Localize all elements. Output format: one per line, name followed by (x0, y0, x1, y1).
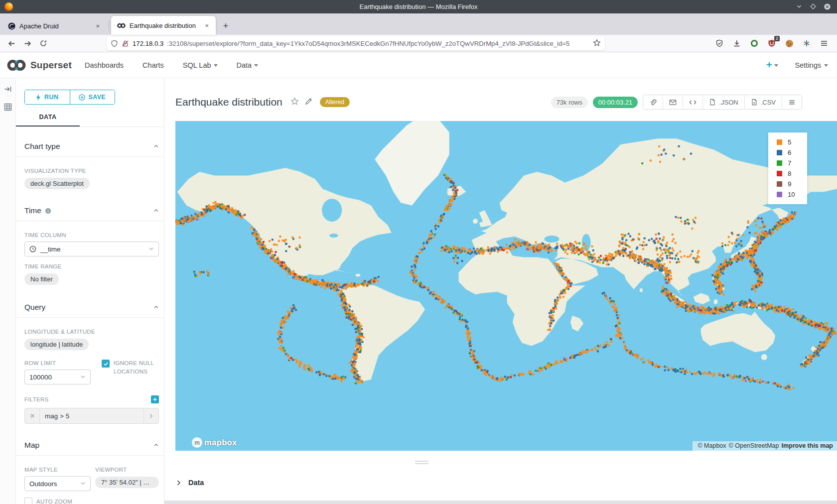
insecure-lock-icon[interactable] (122, 40, 129, 47)
lonlat-value[interactable]: longitude | latitude (24, 339, 89, 350)
embed-code-button[interactable] (683, 95, 702, 109)
nav-item-charts[interactable]: Charts (142, 61, 164, 69)
window-minimize-button[interactable] (796, 3, 803, 10)
mapbox-wordmark: mapbox (204, 438, 237, 447)
attribution-mapbox-link[interactable]: © Mapbox (698, 442, 726, 449)
legend-item-10[interactable]: 10 (768, 189, 807, 200)
time-range-label: TIME RANGE (24, 263, 159, 269)
legend-swatch (777, 181, 782, 187)
viewport-value[interactable]: 7° 35' 54.02" | 31... (95, 477, 159, 488)
lonlat-label: LONGITUDE & LATITUDE (24, 329, 159, 335)
filter-expand-icon[interactable] (143, 408, 158, 423)
permissions-shield-icon[interactable] (714, 38, 724, 48)
legend-item-9[interactable]: 9 (768, 179, 807, 189)
deckgl-scatter-map[interactable]: 5678910 m mapbox © Mapbox © OpenStreetMa… (175, 121, 837, 451)
browser-menu-icon[interactable] (819, 38, 829, 48)
panel-drag-handle[interactable] (415, 461, 428, 464)
run-button[interactable]: RUN (25, 90, 70, 104)
viz-type-value[interactable]: deck.gl Scatterplot (24, 178, 90, 189)
map-style-select[interactable]: Outdoors (24, 476, 91, 491)
chevron-down-icon (148, 246, 154, 253)
export-csv-label: .CSV (761, 99, 776, 106)
clock-icon (29, 246, 36, 252)
altered-badge: Altered (320, 97, 350, 107)
settings-menu[interactable]: Settings (795, 61, 828, 69)
run-label: RUN (44, 94, 58, 101)
back-button[interactable] (5, 37, 18, 50)
remove-filter-icon[interactable] (25, 408, 40, 423)
ublock-origin-icon[interactable]: 2 (767, 38, 777, 48)
favorite-star-icon[interactable] (290, 97, 299, 108)
map-style-label: MAP STYLE (24, 467, 95, 473)
tracking-shield-icon[interactable] (111, 40, 118, 47)
section-query[interactable]: Query (24, 303, 159, 312)
superset-logo[interactable]: Superset (6, 58, 72, 72)
attribution-improve-link[interactable]: Improve this map (782, 442, 834, 449)
email-share-button[interactable] (663, 95, 683, 109)
nav-item-sql-lab[interactable]: SQL Lab (183, 61, 218, 69)
brand-name: Superset (30, 60, 72, 71)
auto-zoom-checkbox[interactable] (24, 498, 32, 504)
legend-item-6[interactable]: 6 (768, 147, 807, 158)
attribution-osm-link[interactable]: © OpenStreetMap (729, 442, 779, 449)
row-limit-select[interactable]: 100000 (24, 370, 91, 384)
data-results-collapse[interactable]: Data (175, 479, 837, 487)
legend-label: 8 (788, 170, 791, 177)
filter-item[interactable]: mag > 5 (24, 408, 159, 424)
bookmark-star-icon[interactable] (593, 39, 601, 48)
data-results-label: Data (188, 479, 204, 487)
section-chart-type[interactable]: Chart type (24, 142, 159, 151)
tab-title: Earthquake distribution (130, 22, 199, 29)
nav-item-data[interactable]: Data (237, 61, 259, 69)
window-maximize-button[interactable] (810, 3, 817, 10)
new-tab-button[interactable]: + (219, 19, 233, 33)
superset-infinity-icon (6, 58, 27, 72)
add-filter-button[interactable] (151, 395, 159, 403)
time-column-label: TIME COLUMN (24, 232, 159, 238)
section-time[interactable]: Time (24, 206, 159, 215)
reload-button[interactable] (37, 37, 50, 50)
filter-expression: mag > 5 (40, 412, 143, 420)
url-bar[interactable]: 172.18.0.3:32108/superset/explore/?form_… (107, 36, 605, 50)
datasource-grid-icon[interactable] (4, 103, 12, 113)
time-range-value[interactable]: No filter (24, 273, 59, 285)
edit-properties-icon[interactable] (305, 97, 313, 107)
time-column-select[interactable]: __time (24, 242, 159, 256)
caret-down-icon (774, 64, 778, 67)
window-close-button[interactable] (824, 3, 831, 10)
save-label: SAVE (88, 94, 106, 101)
export-json-button[interactable]: .JSON (702, 95, 744, 109)
extension-lens-icon[interactable] (749, 38, 759, 48)
ignore-null-checkbox[interactable] (102, 360, 110, 368)
legend-item-7[interactable]: 7 (768, 158, 807, 168)
collapse-panel-icon[interactable] (4, 85, 12, 95)
new-item-button[interactable]: + (766, 59, 778, 71)
downloads-icon[interactable] (732, 38, 742, 48)
color-burst-extension-icon[interactable] (802, 38, 812, 48)
legend-label: 6 (788, 149, 791, 156)
tab-close-icon[interactable]: × (203, 21, 211, 30)
export-csv-button[interactable]: .CSV (744, 95, 782, 109)
legend-item-8[interactable]: 8 (768, 168, 807, 179)
nav-item-dashboards[interactable]: Dashboards (85, 61, 124, 69)
firefox-logo-icon (4, 2, 13, 11)
row-limit-label: ROW LIMIT (24, 360, 102, 366)
tab-data[interactable]: DATA (16, 114, 80, 126)
legend-label: 5 (788, 138, 791, 146)
legend-item-5[interactable]: 5 (768, 137, 807, 147)
cookie-extension-icon[interactable] (784, 38, 794, 48)
caret-down-icon (254, 64, 258, 67)
chart-menu-button[interactable] (782, 95, 802, 109)
auto-zoom-label: AUTO ZOOM (36, 498, 72, 504)
copy-link-button[interactable] (643, 95, 663, 109)
forward-button[interactable] (21, 37, 34, 50)
row-count-badge: 73k rows (551, 97, 588, 108)
tab-apache-druid[interactable]: Apache Druid × (2, 17, 107, 35)
section-map[interactable]: Map (24, 441, 159, 450)
tab-separator (109, 21, 109, 31)
tab-close-icon[interactable]: × (94, 22, 102, 30)
tab-earthquake-distribution[interactable]: Earthquake distribution × (111, 16, 216, 35)
druid-favicon (8, 22, 15, 30)
mapbox-logo[interactable]: m mapbox (192, 437, 237, 448)
save-button[interactable]: SAVE (70, 90, 115, 104)
